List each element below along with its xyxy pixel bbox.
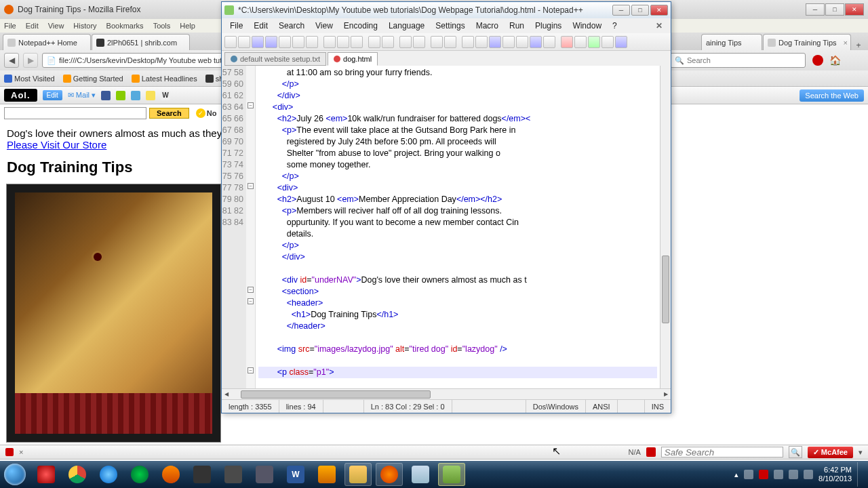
menu-help[interactable]: Help	[180, 22, 195, 30]
menu-file[interactable]: File	[4, 22, 16, 30]
dropdown-icon[interactable]: ▾	[859, 448, 863, 457]
taskbar-notepadpp[interactable]	[438, 463, 465, 486]
url-input[interactable]: 📄file:///C:/Users/kevin/Desktop/My Youtu…	[42, 53, 245, 68]
new-tab-button[interactable]: +	[852, 41, 865, 50]
taskbar-movie-maker[interactable]	[189, 463, 216, 486]
aol-edit-button[interactable]: Edit	[43, 90, 62, 100]
cut-icon[interactable]	[323, 36, 336, 48]
show-chars-icon[interactable]	[502, 36, 515, 48]
run-macro-icon[interactable]	[601, 36, 614, 48]
npp-menu-file[interactable]: File	[226, 20, 247, 32]
tray-action-center-icon[interactable]	[804, 470, 813, 479]
maximize-button[interactable]: □	[825, 3, 844, 16]
npp-menu-close-icon[interactable]: ✕	[652, 21, 667, 30]
start-button[interactable]	[1, 461, 28, 488]
tab-notepadpp-home[interactable]: Notepad++ Home	[3, 34, 91, 50]
tab-dog-training-tips[interactable]: Dog Training Tips×	[763, 34, 851, 50]
menu-history[interactable]: History	[73, 22, 96, 30]
npp-menu-plugins[interactable]: Plugins	[531, 20, 566, 32]
adblock-icon[interactable]	[5, 448, 14, 456]
scrollbar-thumb[interactable]	[662, 256, 669, 323]
npp-menu-edit[interactable]: Edit	[250, 20, 272, 32]
taskbar-wmp[interactable]	[157, 463, 184, 486]
taskbar-onenote[interactable]	[313, 463, 340, 486]
menu-view[interactable]: View	[48, 22, 64, 30]
taskbar-app1[interactable]	[220, 463, 247, 486]
npp-menu-language[interactable]: Language	[384, 20, 429, 32]
npp-maximize-button[interactable]: □	[631, 5, 649, 16]
copy-icon[interactable]	[337, 36, 349, 48]
firefox-search-input[interactable]: 🔍Search	[670, 53, 806, 68]
aol-mail[interactable]: ✉ Mail ▾	[68, 91, 96, 100]
redo-icon[interactable]	[382, 36, 394, 48]
taskbar-chrome[interactable]	[64, 463, 91, 486]
bookmark-latest-headlines[interactable]: Latest Headlines	[132, 75, 197, 83]
tray-network-icon[interactable]	[774, 470, 783, 479]
aol-search-button[interactable]: Search	[149, 108, 189, 119]
record-icon[interactable]	[812, 55, 823, 66]
menu-edit[interactable]: Edit	[26, 22, 39, 30]
vertical-scrollbar[interactable]	[660, 66, 671, 388]
stop-macro-icon[interactable]	[574, 36, 587, 48]
back-button[interactable]: ◀	[4, 53, 19, 68]
search-icon[interactable]: 🔍	[789, 446, 802, 458]
new-file-icon[interactable]	[224, 36, 237, 48]
npp-close-button[interactable]: ✕	[650, 5, 668, 16]
minimize-button[interactable]: ─	[806, 3, 825, 16]
replace-icon[interactable]	[413, 36, 425, 48]
close-bar-icon[interactable]: ×	[19, 448, 23, 456]
open-file-icon[interactable]	[238, 36, 250, 48]
doc-map-icon[interactable]	[543, 36, 555, 48]
horizontal-scrollbar[interactable]: ◀ ▶	[222, 388, 671, 399]
tab-close-icon[interactable]: ×	[844, 39, 848, 47]
npp-menu-view[interactable]: View	[311, 20, 337, 32]
npp-menu-encoding[interactable]: Encoding	[340, 20, 382, 32]
social-icon[interactable]	[116, 91, 125, 100]
bookmark-getting-started[interactable]: Getting Started	[63, 75, 123, 83]
scroll-left-icon[interactable]: ◀	[222, 390, 231, 399]
taskbar-app2[interactable]	[251, 463, 278, 486]
menu-tools[interactable]: Tools	[153, 22, 171, 30]
wikipedia-icon[interactable]: W	[161, 91, 170, 100]
shield-icon[interactable]	[646, 447, 656, 457]
zoom-in-icon[interactable]	[431, 36, 443, 48]
filetab-dog-html[interactable]: dog.html	[328, 52, 378, 66]
zoom-out-icon[interactable]	[444, 36, 456, 48]
aol-search-input[interactable]	[4, 107, 146, 119]
close-all-icon[interactable]	[292, 36, 304, 48]
close-file-icon[interactable]	[279, 36, 291, 48]
npp-menu-window[interactable]: Window	[568, 20, 606, 32]
tab-shrib[interactable]: 2lPh0651 | shrib.com	[92, 34, 190, 50]
save-icon[interactable]	[252, 36, 264, 48]
clock[interactable]: 6:42 PM 8/10/2013	[818, 466, 852, 483]
taskbar-ie[interactable]	[95, 463, 122, 486]
taskbar-firefox[interactable]	[376, 463, 403, 486]
wrap-icon[interactable]	[489, 36, 501, 48]
npp-menu-macro[interactable]: Macro	[472, 20, 502, 32]
taskbar-word[interactable]: W	[282, 463, 309, 486]
sync-v-icon[interactable]	[462, 36, 474, 48]
code-area[interactable]: at 11:00 am so bring your furry friends.…	[256, 66, 660, 388]
filetab-default-setup[interactable]: default website setup.txt	[224, 52, 326, 66]
twitter-icon[interactable]	[131, 91, 140, 100]
tray-security-icon[interactable]	[759, 470, 768, 479]
code-editor[interactable]: 57 58 59 60 61 62 63 64 65 66 67 68 69 7…	[222, 66, 671, 388]
sync-h-icon[interactable]	[475, 36, 488, 48]
taskbar-media-center[interactable]	[126, 463, 153, 486]
tray-expand-icon[interactable]: ▴	[734, 470, 738, 479]
menu-bookmarks[interactable]: Bookmarks	[106, 22, 144, 30]
close-button[interactable]: ✕	[845, 3, 864, 16]
show-desktop-button[interactable]	[857, 462, 863, 487]
npp-menu-settings[interactable]: Settings	[431, 20, 469, 32]
safe-search-input[interactable]	[661, 447, 783, 458]
aol-logo[interactable]: Aol.	[4, 89, 37, 102]
play-macro-icon[interactable]	[588, 36, 600, 48]
taskbar-explorer[interactable]	[344, 463, 372, 486]
ebay-icon[interactable]	[146, 91, 155, 100]
tray-icon[interactable]	[744, 470, 753, 479]
taskbar-opera[interactable]	[33, 463, 60, 486]
print-icon[interactable]	[306, 36, 318, 48]
bookmark-most-visited[interactable]: Most Visited	[4, 75, 55, 83]
paste-icon[interactable]	[351, 36, 363, 48]
forward-button[interactable]: ▶	[23, 53, 38, 68]
